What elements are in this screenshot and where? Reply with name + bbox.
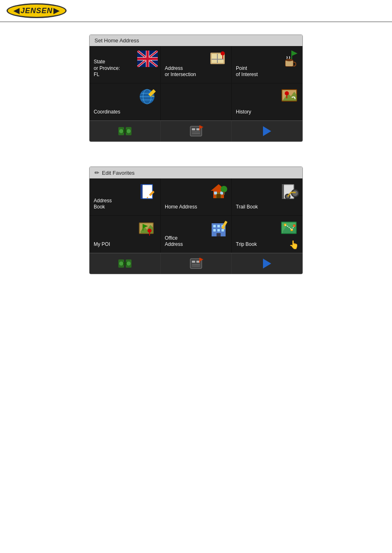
svg-rect-59 xyxy=(282,184,284,199)
svg-rect-52 xyxy=(214,192,217,194)
svg-marker-16 xyxy=(292,51,297,56)
address-book-cell[interactable]: AddressBook xyxy=(90,178,160,215)
point-of-interest-cell[interactable]: Pointof Interest xyxy=(232,46,302,83)
trip-book-cell[interactable]: Trip Book 👆 xyxy=(232,216,302,253)
coordinates-cell[interactable]: Coordinates xyxy=(90,83,160,120)
history-cell[interactable]: History xyxy=(232,83,302,120)
svg-point-90 xyxy=(119,261,123,266)
panel1-next-button[interactable] xyxy=(232,121,302,141)
my-poi-cell[interactable]: My POI xyxy=(90,216,160,253)
svg-rect-34 xyxy=(123,130,127,133)
trail-book-icon xyxy=(279,181,300,201)
trip-book-icon xyxy=(279,218,300,239)
address-book-label: AddressBook xyxy=(94,198,156,211)
panel2-bottom-row xyxy=(90,253,302,274)
office-address-label: OfficeAddress xyxy=(165,235,227,248)
panel1-title: Set Home Address xyxy=(90,35,302,46)
svg-rect-77 xyxy=(221,229,224,231)
panel2-pencil-icon: ✏ xyxy=(95,169,99,176)
panel2-next-button[interactable] xyxy=(232,253,302,274)
svg-rect-42 xyxy=(199,125,200,130)
svg-rect-97 xyxy=(199,258,200,263)
point-of-interest-label: Pointof Interest xyxy=(236,65,298,78)
address-intersection-cell[interactable]: Addressor Intersection xyxy=(161,46,231,83)
home-address-cell[interactable]: Home Address xyxy=(161,178,231,215)
svg-marker-44 xyxy=(263,126,271,136)
jensen-logo: ◀ JENSEN ▶ xyxy=(7,3,67,18)
history-label: History xyxy=(236,109,298,116)
trail-book-cell[interactable]: Trail Book xyxy=(232,178,302,215)
panel1-menu-button[interactable] xyxy=(161,121,231,141)
svg-point-36 xyxy=(127,129,131,133)
svg-rect-89 xyxy=(123,262,127,265)
home-address-label: Home Address xyxy=(165,204,227,211)
trip-book-label: Trip Book xyxy=(236,241,298,248)
panel2-grid: AddressBook xyxy=(90,178,302,253)
svg-rect-56 xyxy=(223,192,225,195)
panel1-bottom-row xyxy=(90,120,302,141)
address-intersection-label: Addressor Intersection xyxy=(165,65,227,78)
svg-point-91 xyxy=(127,261,131,266)
svg-rect-93 xyxy=(192,261,195,263)
svg-rect-96 xyxy=(192,266,200,266)
svg-rect-94 xyxy=(196,261,200,263)
svg-rect-76 xyxy=(217,229,220,231)
my-poi-icon xyxy=(137,218,158,239)
svg-point-19 xyxy=(286,59,293,61)
panel2-title: ✏ Edit Favorites xyxy=(90,167,302,178)
office-address-cell[interactable]: OfficeAddress xyxy=(161,216,231,253)
svg-rect-41 xyxy=(192,133,200,134)
set-home-address-panel: Set Home Address xyxy=(89,35,303,142)
header: ◀ JENSEN ▶ xyxy=(0,0,392,22)
coordinates-icon xyxy=(137,86,158,106)
panel1-grid: Stateor Province:FL Ad xyxy=(90,46,302,120)
logo-arrow: ◀ xyxy=(14,6,20,15)
home-icon xyxy=(208,181,229,201)
svg-marker-99 xyxy=(263,259,271,268)
empty-cell-1 xyxy=(161,83,231,120)
svg-rect-54 xyxy=(217,194,221,198)
coordinates-label: Coordinates xyxy=(94,109,156,116)
svg-rect-95 xyxy=(192,264,200,265)
panel1-back-button[interactable] xyxy=(90,121,160,141)
panel2-title-text: Edit Favorites xyxy=(102,170,134,176)
svg-rect-40 xyxy=(192,132,200,132)
svg-rect-72 xyxy=(213,225,216,227)
panel2-menu-button[interactable] xyxy=(161,253,231,274)
panel2-back-button[interactable] xyxy=(90,253,160,274)
logo-text: JENSEN xyxy=(21,7,53,15)
svg-rect-39 xyxy=(196,128,200,130)
svg-point-69 xyxy=(148,229,152,233)
main-content: Set Home Address xyxy=(0,22,392,311)
history-icon xyxy=(279,86,300,106)
edit-favorites-panel: ✏ Edit Favorites AddressBook xyxy=(89,167,303,274)
logo-arrow-right: ▶ xyxy=(53,6,60,15)
svg-rect-73 xyxy=(217,225,220,227)
trail-book-label: Trail Book xyxy=(236,204,298,211)
svg-rect-47 xyxy=(141,184,143,199)
svg-rect-75 xyxy=(213,229,216,231)
svg-rect-38 xyxy=(192,128,195,130)
my-poi-label: My POI xyxy=(94,241,156,248)
svg-point-13 xyxy=(221,51,225,56)
svg-point-30 xyxy=(285,91,289,95)
svg-point-55 xyxy=(221,186,227,192)
state-province-cell[interactable]: Stateor Province:FL xyxy=(90,46,160,83)
state-province-label: Stateor Province:FL xyxy=(94,59,156,78)
svg-point-35 xyxy=(119,129,123,133)
panel1-title-text: Set Home Address xyxy=(95,37,139,44)
svg-rect-46 xyxy=(141,185,152,198)
